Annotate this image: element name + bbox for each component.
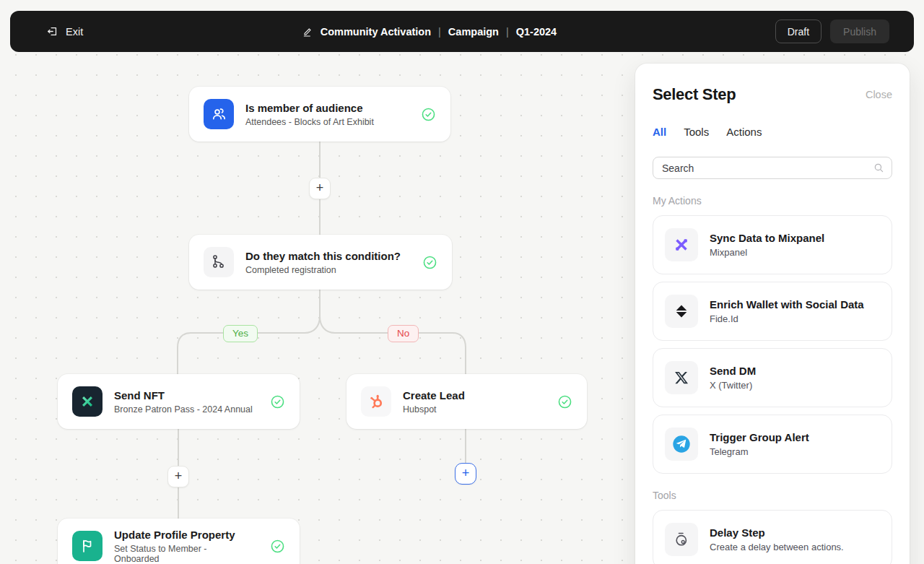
- step-title: Sync Data to Mixpanel: [710, 232, 824, 244]
- node-subtitle: Set Status to Member - Onboarded: [114, 544, 254, 564]
- fide-diamond-icon: [665, 295, 698, 328]
- panel-tabs: All Tools Actions: [653, 126, 892, 138]
- top-bar: Exit Community Activation | Campaign | Q…: [10, 11, 914, 52]
- branch-label-no: No: [388, 325, 419, 342]
- top-bar-actions: Draft Publish: [775, 19, 889, 43]
- select-step-panel: Select Step Close All Tools Actions My A…: [635, 64, 910, 564]
- step-title: Delay Step: [710, 526, 844, 539]
- node-subtitle: Hubspot: [403, 404, 541, 415]
- step-item-fide[interactable]: Enrich Wallet with Social Data Fide.Id: [653, 282, 892, 341]
- step-item-mixpanel[interactable]: Sync Data to Mixpanel Mixpanel: [653, 215, 892, 274]
- node-subtitle: Attendees - Blocks of Art Exhibit: [245, 117, 405, 127]
- x-twitter-icon: [665, 361, 698, 394]
- node-update-profile[interactable]: Update Profile Property Set Status to Me…: [58, 519, 300, 564]
- search-icon: [873, 162, 885, 174]
- node-title: Is member of audience: [245, 102, 405, 114]
- check-complete-icon: [421, 107, 436, 122]
- exit-label: Exit: [66, 26, 83, 38]
- node-title: Do they match this condition?: [245, 250, 406, 262]
- node-audience-entry[interactable]: Is member of audience Attendees - Blocks…: [189, 87, 450, 142]
- add-step-button-left[interactable]: +: [167, 466, 189, 487]
- check-complete-icon: [270, 539, 285, 554]
- workflow-builder: Yes No + + + Is member of audience Atten…: [0, 0, 924, 564]
- node-title: Send NFT: [114, 389, 254, 402]
- campaign-breadcrumb: Community Activation | Campaign | Q1-202…: [83, 26, 775, 38]
- exit-button[interactable]: Exit: [46, 25, 83, 38]
- exit-icon: [46, 25, 58, 38]
- tab-all[interactable]: All: [653, 126, 666, 138]
- step-title: Enrich Wallet with Social Data: [710, 298, 864, 311]
- telegram-icon: [665, 428, 698, 461]
- node-subtitle: Completed registration: [245, 265, 406, 275]
- close-button[interactable]: Close: [866, 89, 892, 100]
- breadcrumb-separator: |: [438, 26, 441, 38]
- step-item-telegram[interactable]: Trigger Group Alert Telegram: [653, 415, 892, 474]
- breadcrumb-separator: |: [506, 26, 509, 38]
- section-label-tools: Tools: [653, 490, 892, 501]
- check-complete-icon: [422, 255, 437, 270]
- campaign-tag: Q1-2024: [516, 26, 557, 38]
- delay-timer-icon: [665, 523, 698, 556]
- node-title: Create Lead: [403, 389, 541, 402]
- step-subtitle: Mixpanel: [710, 247, 824, 258]
- publish-button-disabled[interactable]: Publish: [830, 19, 889, 43]
- branch-icon: [204, 247, 234, 277]
- campaign-name: Community Activation: [321, 26, 431, 38]
- check-complete-icon: [270, 394, 285, 409]
- draft-button[interactable]: Draft: [775, 19, 821, 43]
- hubspot-icon: [361, 386, 391, 417]
- panel-title: Select Step: [653, 85, 736, 104]
- node-condition[interactable]: Do they match this condition? Completed …: [189, 235, 452, 290]
- section-label-my-actions: My Actions: [653, 195, 892, 207]
- branch-label-yes: Yes: [223, 325, 258, 342]
- search-input[interactable]: [653, 157, 892, 179]
- tab-actions[interactable]: Actions: [726, 126, 762, 138]
- edit-pencil-icon: [302, 26, 313, 38]
- tab-tools[interactable]: Tools: [684, 126, 709, 138]
- check-complete-icon: [557, 394, 572, 409]
- flag-icon: [72, 531, 103, 561]
- mixpanel-icon: [665, 228, 698, 261]
- nft-x-icon: [72, 386, 103, 417]
- node-subtitle: Bronze Patron Pass - 2024 Annual: [114, 404, 254, 415]
- step-subtitle: X (Twitter): [710, 380, 756, 391]
- step-subtitle: Telegram: [710, 446, 809, 457]
- node-send-nft[interactable]: Send NFT Bronze Patron Pass - 2024 Annua…: [58, 374, 300, 429]
- step-subtitle: Create a delay between actions.: [710, 542, 844, 552]
- node-create-lead[interactable]: Create Lead Hubspot: [346, 374, 587, 429]
- campaign-type: Campaign: [448, 26, 499, 38]
- step-item-x-twitter[interactable]: Send DM X (Twitter): [653, 348, 892, 407]
- step-subtitle: Fide.Id: [710, 313, 864, 324]
- node-title: Update Profile Property: [114, 529, 254, 541]
- add-step-button-right-selected[interactable]: +: [455, 463, 476, 485]
- users-icon: [204, 99, 234, 129]
- add-step-button-top[interactable]: +: [309, 178, 331, 199]
- step-title: Send DM: [710, 365, 756, 377]
- step-item-delay[interactable]: Delay Step Create a delay between action…: [653, 510, 892, 564]
- step-title: Trigger Group Alert: [710, 431, 809, 443]
